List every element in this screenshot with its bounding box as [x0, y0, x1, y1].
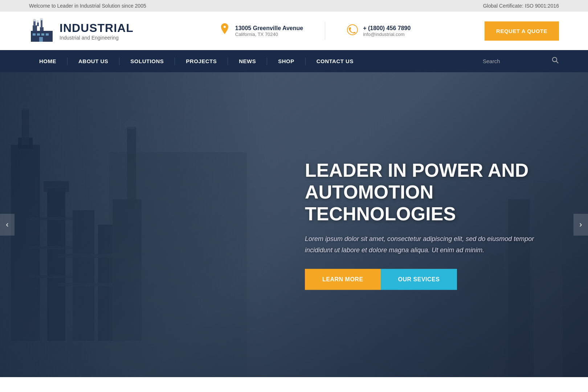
svg-rect-3: [33, 21, 36, 26]
svg-line-16: [556, 61, 559, 64]
nav-link-home[interactable]: HOME: [29, 50, 66, 72]
svg-point-15: [552, 57, 557, 62]
svg-rect-13: [39, 37, 43, 42]
learn-more-button[interactable]: LEARN MORE: [305, 269, 381, 290]
hero-subtitle: Lorem ipsum dolor sit amet, consectetur …: [305, 233, 559, 256]
svg-rect-9: [33, 33, 36, 36]
svg-rect-5: [41, 20, 42, 28]
logo-title: INDUSTRIAL: [60, 21, 134, 35]
svg-rect-11: [41, 33, 44, 36]
nav-item-about[interactable]: ABOUT US: [68, 50, 118, 72]
slider-prev-button[interactable]: ‹: [0, 214, 15, 236]
svg-rect-10: [37, 33, 40, 36]
nav-link-shop[interactable]: SHOP: [268, 50, 305, 72]
phone-icon: [347, 24, 358, 38]
hero-section: ‹ › LEADER IN POWER AND AUTOMOTION TECHN…: [0, 72, 588, 377]
logo-icon: [29, 18, 54, 44]
address-details: 13005 Greenville Avenue California, TX 7…: [235, 25, 303, 37]
phone-details: + (1800) 456 7890 info@industrial.com: [363, 25, 411, 37]
navbar: HOME ABOUT US SOLUTIONS PROJECTS NEWS SH…: [0, 50, 588, 72]
phone-block: + (1800) 456 7890 info@industrial.com: [347, 24, 411, 38]
nav-link-contact[interactable]: CONTACT US: [306, 50, 364, 72]
our-services-button[interactable]: OUR SEVICES: [381, 269, 457, 290]
hero-title: LEADER IN POWER AND AUTOMOTION TECHNOLOG…: [305, 160, 559, 225]
search-input[interactable]: [483, 58, 548, 64]
search-area[interactable]: [483, 57, 559, 66]
svg-rect-4: [37, 23, 39, 26]
nav-link-about[interactable]: ABOUT US: [68, 50, 118, 72]
hero-buttons: LEARN MORE OUR SEVICES: [305, 269, 559, 290]
hero-content: LEADER IN POWER AND AUTOMOTION TECHNOLOG…: [305, 160, 559, 290]
slider-next-button[interactable]: ›: [573, 214, 588, 236]
logo-subtitle: Industrial and Engineering: [60, 35, 134, 41]
quote-button[interactable]: REQUET A QUOTE: [485, 21, 559, 41]
nav-item-news[interactable]: NEWS: [229, 50, 266, 72]
search-icon: [552, 57, 559, 64]
nav-links: HOME ABOUT US SOLUTIONS PROJECTS NEWS SH…: [29, 50, 483, 72]
header: INDUSTRIAL Industrial and Engineering 13…: [0, 12, 588, 50]
search-icon-button[interactable]: [552, 57, 559, 66]
address-block: 13005 Greenville Avenue California, TX 7…: [219, 23, 303, 39]
nav-item-shop[interactable]: SHOP: [268, 50, 305, 72]
nav-link-solutions[interactable]: SOLUTIONS: [120, 50, 174, 72]
location-icon: [219, 23, 230, 39]
nav-item-projects[interactable]: PROJECTS: [176, 50, 227, 72]
nav-link-news[interactable]: NEWS: [229, 50, 266, 72]
address-line2: California, TX 70240: [235, 32, 303, 37]
logo: INDUSTRIAL Industrial and Engineering: [29, 18, 145, 44]
nav-item-home[interactable]: HOME: [29, 50, 66, 72]
header-contact: 13005 Greenville Avenue California, TX 7…: [160, 22, 470, 40]
top-bar-left: Welcome to Leader in Industrial Solution…: [29, 3, 146, 9]
top-bar: Welcome to Leader in Industrial Solution…: [0, 0, 588, 12]
svg-rect-12: [46, 33, 49, 36]
nav-separator-5: [267, 58, 267, 65]
nav-separator-1: [67, 58, 68, 65]
nav-separator-3: [175, 58, 175, 65]
svg-rect-1: [33, 25, 37, 31]
nav-separator-6: [305, 58, 306, 65]
phone-email: info@industrial.com: [363, 32, 411, 37]
nav-item-solutions[interactable]: SOLUTIONS: [120, 50, 174, 72]
address-line1: 13005 Greenville Avenue: [235, 25, 303, 32]
nav-separator-2: [119, 58, 119, 65]
svg-point-6: [33, 19, 36, 22]
nav-link-projects[interactable]: PROJECTS: [176, 50, 227, 72]
svg-point-14: [347, 25, 358, 35]
logo-text: INDUSTRIAL Industrial and Engineering: [60, 21, 134, 41]
svg-point-7: [37, 20, 39, 23]
phone-number: + (1800) 456 7890: [363, 25, 411, 32]
top-bar-right: Global Certificate: ISO 9001:2016: [483, 3, 559, 9]
nav-separator-4: [228, 58, 228, 65]
nav-item-contact[interactable]: CONTACT US: [306, 50, 364, 72]
header-divider: [325, 22, 325, 40]
